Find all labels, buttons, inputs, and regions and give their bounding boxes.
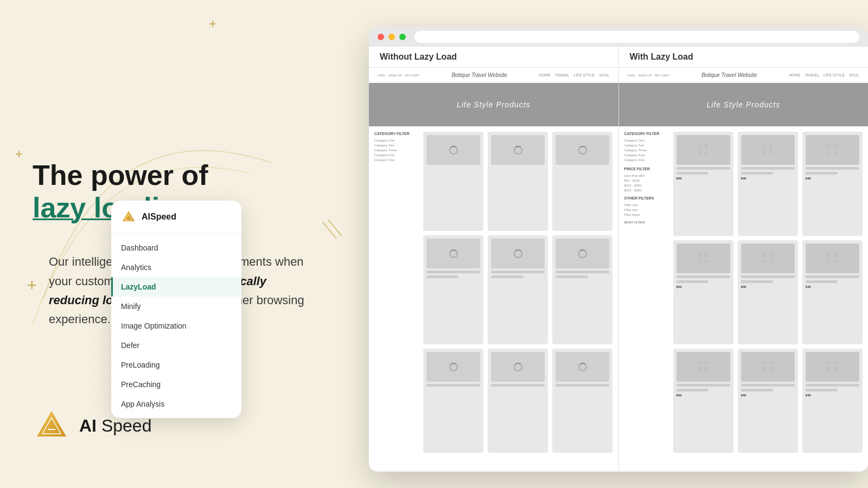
product-card: ⛶ $40 bbox=[738, 132, 798, 236]
right-panel: Without Lazy Load FIND SIGN UP MY CART B… bbox=[369, 27, 868, 472]
svg-marker-2 bbox=[37, 411, 66, 436]
comparison-right-label: With Lazy Load bbox=[619, 47, 869, 68]
product-card: ⛶ $40 bbox=[738, 349, 798, 453]
product-card bbox=[423, 349, 483, 453]
browser-window: Without Lazy Load FIND SIGN UP MY CART B… bbox=[369, 27, 868, 472]
floating-menu: AISpeed Dashboard Analytics LazyLoad Min… bbox=[111, 201, 241, 418]
comparison-right: With Lazy Load FIND SIGN UP MY CART Boti… bbox=[619, 47, 869, 472]
product-card bbox=[488, 349, 548, 453]
product-card bbox=[488, 235, 548, 344]
site-header-right: FIND SIGN UP MY CART Botique Travel Webs… bbox=[619, 68, 869, 83]
menu-item-lazyload[interactable]: LazyLoad bbox=[111, 277, 241, 297]
product-card: ⛶ $40 bbox=[802, 240, 863, 344]
menu-item-defer[interactable]: Defer bbox=[111, 336, 241, 355]
logo-icon bbox=[33, 407, 71, 445]
product-card bbox=[423, 235, 483, 344]
menu-item-dashboard[interactable]: Dashboard bbox=[111, 238, 241, 258]
products-loaded: ⛶ $40 ⛶ $40 bbox=[673, 132, 863, 453]
site-header-left: FIND SIGN UP MY CART Botique Travel Webs… bbox=[369, 68, 618, 83]
site-title-left: Botique Travel Website bbox=[419, 72, 539, 78]
menu-title: AISpeed bbox=[142, 212, 176, 222]
product-card bbox=[423, 132, 483, 231]
comparison-left: Without Lazy Load FIND SIGN UP MY CART B… bbox=[369, 47, 619, 472]
site-sidebar-right: CATEGORY FILTER Category One Category Tw… bbox=[624, 132, 668, 453]
svg-marker-5 bbox=[123, 211, 135, 221]
product-card: ⛶ $40 bbox=[802, 349, 863, 453]
menu-item-analytics[interactable]: Analytics bbox=[111, 258, 241, 277]
logo-text: AI Speed bbox=[79, 416, 151, 436]
comparison-left-label: Without Lazy Load bbox=[369, 47, 618, 68]
menu-logo-icon bbox=[121, 209, 136, 224]
product-card: ⛶ $40 bbox=[673, 132, 733, 236]
website-mockup-right: FIND SIGN UP MY CART Botique Travel Webs… bbox=[619, 68, 869, 470]
browser-url-bar bbox=[414, 31, 859, 43]
menu-header: AISpeed bbox=[111, 201, 241, 234]
website-mockup-left: FIND SIGN UP MY CART Botique Travel Webs… bbox=[369, 68, 618, 470]
menu-item-app-analysis[interactable]: App Analysis bbox=[111, 394, 241, 414]
browser-minimize-dot bbox=[388, 34, 395, 40]
products-loading bbox=[423, 132, 613, 453]
menu-item-preloading[interactable]: PreLoading bbox=[111, 355, 241, 375]
hero-text-left: Life Style Products bbox=[457, 100, 531, 109]
product-card bbox=[552, 349, 612, 453]
hero-text-right: Life Style Products bbox=[706, 100, 780, 109]
product-card: ⛶ $40 bbox=[802, 132, 863, 236]
site-hero-left: Life Style Products bbox=[369, 83, 618, 126]
plus-decoration-2: + bbox=[15, 146, 23, 162]
menu-item-image-optimization[interactable]: Image Optimization bbox=[111, 316, 241, 336]
product-card: ⛶ $40 bbox=[673, 349, 733, 453]
site-hero-right: Life Style Products bbox=[619, 83, 869, 126]
browser-chrome bbox=[369, 27, 868, 47]
browser-content: Without Lazy Load FIND SIGN UP MY CART B… bbox=[369, 47, 868, 472]
site-body-right: CATEGORY FILTER Category One Category Tw… bbox=[619, 126, 869, 458]
product-card bbox=[488, 132, 548, 231]
menu-item-minify[interactable]: Minify bbox=[111, 297, 241, 316]
product-card: ⛶ $40 bbox=[673, 240, 733, 344]
plus-accent: + bbox=[27, 276, 37, 294]
site-sidebar-left: CATEGORY FILTER Category One Category Tw… bbox=[374, 132, 418, 453]
site-body-left: CATEGORY FILTER Category One Category Tw… bbox=[369, 126, 618, 458]
browser-close-dot bbox=[378, 34, 384, 40]
product-card bbox=[552, 132, 612, 231]
menu-items-list: Dashboard Analytics LazyLoad Minify Imag… bbox=[111, 234, 241, 418]
menu-item-precaching[interactable]: PreCaching bbox=[111, 375, 241, 394]
browser-maximize-dot bbox=[399, 34, 406, 40]
product-card bbox=[552, 235, 612, 344]
product-card: ⛶ $40 bbox=[738, 240, 798, 344]
site-title-right: Botique Travel Website bbox=[669, 72, 789, 78]
